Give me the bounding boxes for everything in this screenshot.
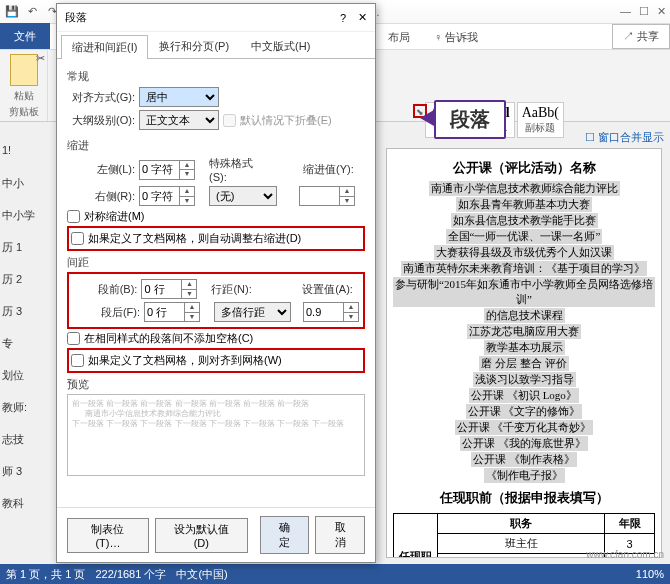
doc-left-snippet: 历 2 xyxy=(0,268,54,300)
preview-box: 前一段落 前一段落 前一段落 前一段落 前一段落 前一段落 前一段落 南通市小学… xyxy=(67,394,365,476)
doc-line: 如东县信息技术教学能手比赛 xyxy=(393,213,655,228)
doc-line: 全国“一师一优课、一课一名师” xyxy=(393,229,655,244)
doc-left-snippet: 志技 xyxy=(0,428,54,460)
preview-label: 预览 xyxy=(67,377,365,392)
outline-label: 大纲级别(O): xyxy=(67,113,135,128)
setat-spinner[interactable]: ▲▼ xyxy=(343,302,359,322)
doc-line: 公开课 《初识 Logo》 xyxy=(393,388,655,403)
doc-left-snippet: 1! xyxy=(0,140,54,172)
highlight-grid-indent: 如果定义了文档网格，则自动调整右缩进(D) xyxy=(67,226,365,251)
nospace-checkbox[interactable] xyxy=(67,332,80,345)
cancel-button[interactable]: 取消 xyxy=(315,516,365,554)
doc-heading-2: 任现职前（报据申报表填写） xyxy=(393,489,655,507)
setat-input[interactable] xyxy=(303,302,343,322)
maximize-icon[interactable]: ☐ xyxy=(639,5,649,18)
paste-icon[interactable] xyxy=(10,54,38,86)
watermark: www.cfan.com.cn xyxy=(586,549,664,560)
doc-line: 大赛获得县级及市级优秀个人如汉课 xyxy=(393,245,655,260)
tabs-button[interactable]: 制表位(T)… xyxy=(67,518,149,553)
doc-left-snippet: 历 1 xyxy=(0,236,54,268)
doc-left-snippet: 划位 xyxy=(0,364,54,396)
status-page[interactable]: 第 1 页，共 1 页 xyxy=(6,567,85,582)
special-select[interactable]: (无) xyxy=(209,186,277,206)
status-zoom[interactable]: 110% xyxy=(636,568,664,580)
paragraph-dialog: 段落 ? ✕ 缩进和间距(I) 换行和分页(P) 中文版式(H) 常规 对齐方式… xyxy=(56,3,376,563)
undo-icon[interactable]: ↶ xyxy=(24,4,40,20)
doc-left-snippet: 历 3 xyxy=(0,300,54,332)
doc-line: 江苏龙芯电脑应用大赛 xyxy=(393,324,655,339)
file-tab[interactable]: 文件 xyxy=(0,23,50,49)
share-button[interactable]: ↗ 共享 xyxy=(612,24,670,49)
callout: 段落 xyxy=(434,100,506,139)
doc-left-snippet: 中小 xyxy=(0,172,54,204)
doc-line: 《制作电子报》 xyxy=(393,468,655,483)
clipboard-group-label: 剪贴板 xyxy=(9,105,39,119)
before-input[interactable] xyxy=(141,279,181,299)
left-indent-spinner[interactable]: ▲▼ xyxy=(179,160,195,180)
doc-line: 参与研制“2015年如东通市中小学教师全员网络选修培训” xyxy=(393,277,655,307)
dialog-help-icon[interactable]: ? xyxy=(340,12,346,24)
default-button[interactable]: 设为默认值(D) xyxy=(155,518,248,553)
grid-indent-checkbox[interactable] xyxy=(71,232,84,245)
status-bar: 第 1 页，共 1 页 222/1681 个字 中文(中国) 110% xyxy=(0,564,670,584)
tab-indent-spacing[interactable]: 缩进和间距(I) xyxy=(61,35,148,59)
outline-select[interactable]: 正文文本 xyxy=(139,110,219,130)
tell-me[interactable]: ♀ 告诉我 xyxy=(422,26,490,49)
document-area: 公开课（评比活动）名称 南通市小学信息技术教师综合能力评比如东县青年教师基本功大… xyxy=(386,148,662,558)
ok-button[interactable]: 确定 xyxy=(260,516,310,554)
right-indent-input[interactable] xyxy=(139,186,179,206)
left-indent-label: 左侧(L): xyxy=(67,162,135,177)
line-spacing-select[interactable]: 多倍行距 xyxy=(214,302,291,322)
before-label: 段前(B): xyxy=(73,282,137,297)
doc-line: 的信息技术课程 xyxy=(393,308,655,323)
highlight-line-spacing: 段前(B): ▲▼ 行距(N): 设置值(A): 段后(F): ▲▼ 多倍行距 … xyxy=(67,272,365,329)
doc-line: 公开课 《制作表格》 xyxy=(393,452,655,467)
grid-snap-checkbox[interactable] xyxy=(71,354,84,367)
highlight-grid-snap: 如果定义了文档网格，则对齐到网格(W) xyxy=(67,348,365,373)
right-indent-label: 右侧(R): xyxy=(67,189,135,204)
doc-left-snippet: 教科 xyxy=(0,492,54,524)
doc-line: 磨 分层 整合 评价 xyxy=(393,356,655,371)
setat-label: 设置值(A): xyxy=(302,282,359,297)
tab-layout[interactable]: 布局 xyxy=(376,26,422,49)
status-lang[interactable]: 中文(中国) xyxy=(176,567,227,582)
doc-line: 公开课 《我的海底世界》 xyxy=(393,436,655,451)
after-input[interactable] xyxy=(144,302,184,322)
doc-line: 南通市小学信息技术教师综合能力评比 xyxy=(393,181,655,196)
indent-by-spinner[interactable]: ▲▼ xyxy=(339,186,355,206)
tab-asian[interactable]: 中文版式(H) xyxy=(240,34,321,58)
doc-line: 南通市英特尔未来教育培训：《基于项目的学习》 xyxy=(393,261,655,276)
dialog-close-icon[interactable]: ✕ xyxy=(358,11,367,24)
section-spacing: 间距 xyxy=(67,255,365,270)
left-indent-input[interactable] xyxy=(139,160,179,180)
indent-by-label: 缩进值(Y): xyxy=(303,162,363,177)
tab-line-breaks[interactable]: 换行和分页(P) xyxy=(148,34,240,58)
doc-line: 如东县青年教师基本功大赛 xyxy=(393,197,655,212)
doc-left-snippet: 师 3 xyxy=(0,460,54,492)
minimize-icon[interactable]: — xyxy=(620,5,631,18)
after-spinner[interactable]: ▲▼ xyxy=(184,302,200,322)
status-words[interactable]: 222/1681 个字 xyxy=(95,567,166,582)
before-spinner[interactable]: ▲▼ xyxy=(181,279,197,299)
section-general: 常规 xyxy=(67,69,365,84)
window-merge-link[interactable]: ☐ 窗口合并显示 xyxy=(585,130,664,145)
alignment-label: 对齐方式(G): xyxy=(67,90,135,105)
doc-left-snippet: 中小学 xyxy=(0,204,54,236)
doc-line: 教学基本功展示 xyxy=(393,340,655,355)
special-label: 特殊格式(S): xyxy=(209,156,269,183)
alignment-select[interactable]: 居中 xyxy=(139,87,219,107)
paste-label: 粘贴 xyxy=(14,89,34,103)
mirror-indent-checkbox[interactable] xyxy=(67,210,80,223)
doc-line: 公开课 《文字的修饰》 xyxy=(393,404,655,419)
dialog-title: 段落 xyxy=(65,10,340,25)
after-label: 段后(F): xyxy=(73,305,140,320)
collapse-checkbox[interactable] xyxy=(223,114,236,127)
cut-icon[interactable]: ✂ xyxy=(36,52,45,65)
close-icon[interactable]: ✕ xyxy=(657,5,666,18)
doc-line: 浅谈习以致学习指导 xyxy=(393,372,655,387)
save-icon[interactable]: 💾 xyxy=(4,4,20,20)
style-subtitle[interactable]: AaBb(副标题 xyxy=(517,102,564,138)
indent-by-input[interactable] xyxy=(299,186,339,206)
doc-left-snippet: 教师: xyxy=(0,396,54,428)
right-indent-spinner[interactable]: ▲▼ xyxy=(179,186,195,206)
